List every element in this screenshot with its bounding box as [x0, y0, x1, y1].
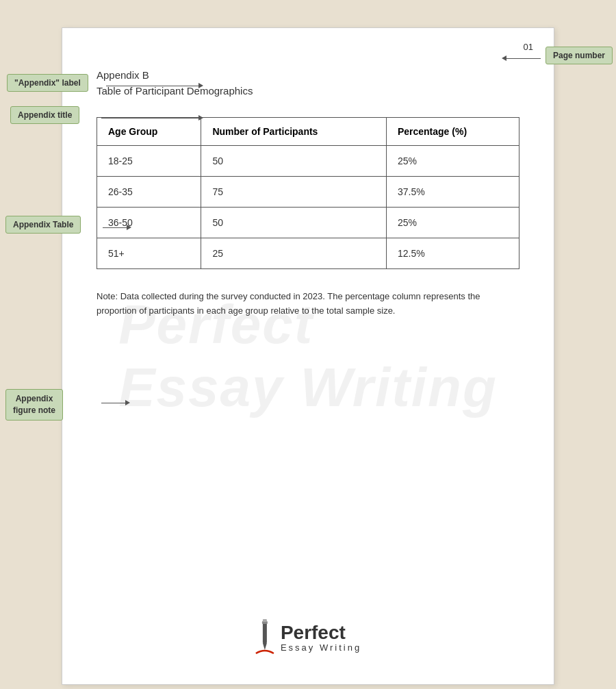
- logo-brand-name: Perfect: [281, 623, 361, 642]
- col-header-age: Age Group: [97, 118, 201, 146]
- appendix-note: Note: Data collected during the survey c…: [97, 290, 519, 318]
- cell-participants: 50: [201, 146, 387, 177]
- page-number: 01: [524, 42, 533, 52]
- cell-participants: 25: [201, 238, 387, 269]
- cell-percentage: 37.5%: [386, 177, 519, 208]
- col-header-participants: Number of Participants: [201, 118, 387, 146]
- cell-age: 18-25: [97, 146, 201, 177]
- cell-age: 26-35: [97, 177, 201, 208]
- annotation-page-number: Page number: [546, 47, 613, 64]
- logo-icon: [255, 619, 275, 657]
- table-row: 26-35 75 37.5%: [97, 177, 519, 208]
- svg-rect-0: [263, 623, 267, 643]
- col-header-percentage: Percentage (%): [386, 118, 519, 146]
- annotation-appendix-figure-note: Appendix figure note: [5, 389, 63, 421]
- table-row: 36-50 50 25%: [97, 208, 519, 238]
- cell-percentage: 25%: [386, 146, 519, 177]
- cell-percentage: 25%: [386, 208, 519, 238]
- cell-age: 51+: [97, 238, 201, 269]
- logo: Perfect Essay Writing: [255, 619, 361, 657]
- logo-text-block: Perfect Essay Writing: [281, 623, 361, 653]
- svg-rect-3: [263, 619, 267, 622]
- appendix-title: Table of Participant Demographics: [97, 85, 519, 97]
- appendix-table: Age Group Number of Participants Percent…: [97, 117, 519, 269]
- cell-percentage: 12.5%: [386, 238, 519, 269]
- table-row: 51+ 25 12.5%: [97, 238, 519, 269]
- pen-icon: [255, 619, 275, 657]
- logo-tagline: Essay Writing: [281, 642, 361, 653]
- table-row: 18-25 50 25%: [97, 146, 519, 177]
- cell-age: 36-50: [97, 208, 201, 238]
- cell-participants: 50: [201, 208, 387, 238]
- document-page: 01 PerfectEssay Writing Appendix B Table…: [62, 27, 554, 685]
- cell-participants: 75: [201, 177, 387, 208]
- svg-marker-1: [263, 643, 267, 650]
- appendix-label: Appendix B: [97, 69, 519, 81]
